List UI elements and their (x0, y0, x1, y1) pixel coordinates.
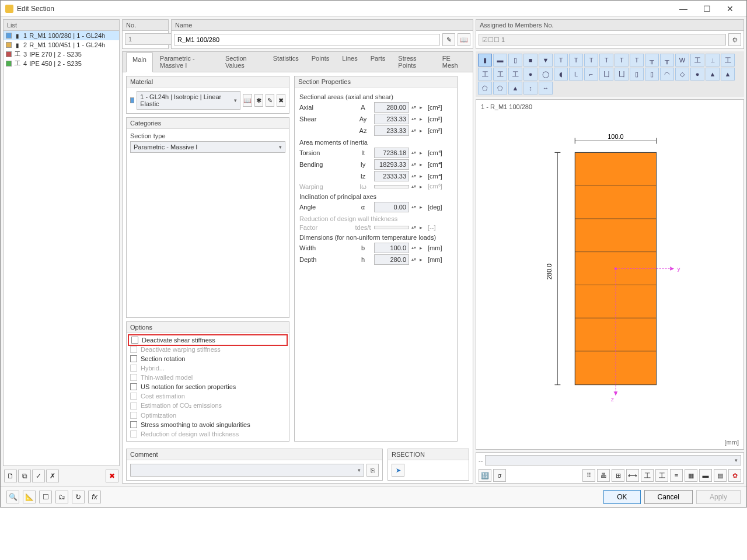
new-icon[interactable]: 🗋 (4, 470, 17, 482)
shape-option[interactable]: L (569, 68, 583, 80)
shape-option[interactable]: ▮ (478, 54, 492, 66)
shape-option[interactable]: ● (523, 68, 537, 80)
prop-value[interactable]: 2333.33 (374, 171, 409, 181)
refresh-icon[interactable]: ↻ (72, 491, 85, 503)
tab-parts[interactable]: Parts (365, 52, 392, 72)
include-icon[interactable]: ✓ (32, 470, 45, 482)
shape-option[interactable]: T (569, 54, 583, 66)
tab-main[interactable]: Main (126, 52, 153, 72)
prop-value[interactable]: 0.00 (374, 202, 409, 212)
spinner-icon[interactable]: ▴▾ (411, 174, 417, 178)
shape-option[interactable]: ▯ (645, 68, 659, 80)
solid-icon[interactable]: ▬ (699, 469, 712, 482)
maximize-button[interactable]: ☐ (695, 2, 718, 16)
section-type-dropdown[interactable]: Parametric - Massive I ▾ (130, 141, 285, 153)
fx-icon[interactable]: fx (88, 491, 101, 503)
show-stress-icon[interactable]: σ (493, 469, 506, 482)
shape-option[interactable]: ↕ (523, 82, 537, 94)
dropdown-arrow-icon[interactable]: ▸ (420, 225, 425, 230)
prop-value[interactable]: 7236.18 (374, 148, 409, 158)
dropdown-arrow-icon[interactable]: ▸ (420, 128, 425, 134)
spinner-icon[interactable]: ▴▾ (411, 226, 417, 229)
minimize-button[interactable]: — (672, 2, 695, 16)
prop-value[interactable]: 18293.33 (374, 159, 409, 170)
dim-icon[interactable]: ⟷ (626, 469, 639, 482)
shape-option[interactable]: T (554, 54, 568, 66)
axes-icon[interactable]: ⊞ (612, 469, 624, 482)
tree-icon[interactable]: 🗂 (55, 491, 68, 503)
shape-option[interactable]: ▼ (539, 54, 553, 66)
grid-icon[interactable]: ▦ (685, 469, 697, 482)
display-toggle-icon[interactable]: ⠿ (582, 469, 595, 482)
tab-fe-mesh[interactable]: FE Mesh (437, 52, 469, 72)
shape-option[interactable]: ▲ (706, 68, 720, 80)
dropdown-arrow-icon[interactable]: ▸ (420, 204, 425, 210)
tab-stress-points[interactable]: Stress Points (392, 52, 435, 72)
material-delete-icon[interactable]: ✖ (277, 94, 285, 107)
shape-option[interactable]: ⌐ (584, 68, 598, 80)
shape-option[interactable]: 凵 (615, 68, 629, 80)
shape-option[interactable]: ▲ (721, 68, 735, 80)
spinner-icon[interactable]: ▴▾ (411, 246, 417, 250)
option-deactivate-shear-stiffness[interactable]: Deactivate shear stiffness (128, 334, 288, 346)
show-values-icon[interactable]: 🔢 (479, 469, 491, 482)
units-icon[interactable]: 📐 (23, 491, 36, 503)
option-stress-smoothing-to-avoid-singularities[interactable]: Stress smoothing to avoid singularities (130, 420, 285, 429)
material-new-icon[interactable]: ✱ (254, 94, 263, 107)
shape-option[interactable]: 工 (493, 68, 507, 80)
name-input[interactable] (174, 34, 440, 46)
spinner-icon[interactable]: ▴▾ (411, 117, 417, 121)
close-button[interactable]: ✕ (718, 2, 742, 16)
tab-lines[interactable]: Lines (336, 52, 363, 72)
tab-points[interactable]: Points (306, 52, 336, 72)
dropdown-arrow-icon[interactable]: ▸ (420, 245, 425, 251)
preview-info-dropdown[interactable]: ▾ (485, 455, 741, 466)
shape-option[interactable]: T (615, 54, 629, 66)
shape-option[interactable]: ╥ (645, 54, 659, 66)
box-icon[interactable]: ☐ (39, 491, 52, 503)
shape-option[interactable]: 工 (721, 54, 735, 66)
shape-option[interactable]: ● (690, 68, 704, 80)
tab-parametric-massive-i[interactable]: Parametric - Massive I (154, 52, 218, 72)
spinner-icon[interactable]: ▴▾ (411, 129, 417, 132)
shape-option[interactable]: ⬠ (478, 82, 492, 94)
section-list[interactable]: ▮ 1 R_M1 100/280 | 1 - GL24h ▮ 2 R_M1 10… (4, 31, 119, 466)
section-list-item[interactable]: 工 4 IPE 450 | 2 - S235 (4, 59, 119, 68)
prop-value[interactable] (374, 185, 409, 188)
shape-option[interactable]: T (599, 54, 613, 66)
section-list-item[interactable]: 工 3 IPE 270 | 2 - S235 (4, 50, 119, 59)
assigned-input[interactable] (479, 34, 726, 46)
tab-section-values[interactable]: Section Values (219, 52, 266, 72)
shape-option[interactable]: ◯ (539, 68, 553, 80)
settings-icon[interactable]: ✿ (728, 469, 741, 482)
prop-value[interactable]: 280.00 (374, 102, 409, 113)
spinner-icon[interactable]: ▴▾ (411, 185, 417, 188)
exclude-icon[interactable]: ✗ (46, 470, 59, 482)
shape-option[interactable]: 工 (478, 68, 492, 80)
shape-option[interactable]: ▯ (508, 54, 522, 66)
shape-option[interactable]: ■ (523, 54, 537, 66)
principal2-icon[interactable]: 工 (655, 469, 668, 482)
comment-apply-icon[interactable]: ⎘ (366, 464, 379, 477)
prop-value[interactable]: 280.0 (374, 254, 409, 265)
shape-option[interactable]: 工 (508, 68, 522, 80)
shape-option[interactable]: 工 (690, 54, 704, 66)
principal-icon[interactable]: 工 (641, 469, 654, 482)
rename-icon[interactable]: ✎ (442, 33, 455, 46)
rsection-launch-icon[interactable]: ➤ (392, 464, 404, 477)
shape-option[interactable]: ◇ (675, 68, 689, 80)
shape-option[interactable]: T (630, 54, 644, 66)
shape-option[interactable]: ▯ (630, 68, 644, 80)
print-icon[interactable]: 🖶 (597, 469, 610, 482)
shape-option[interactable]: ▬ (493, 54, 507, 66)
cancel-button[interactable]: Cancel (644, 490, 693, 504)
spinner-icon[interactable]: ▴▾ (411, 151, 417, 155)
dropdown-arrow-icon[interactable]: ▸ (420, 150, 425, 156)
shape-option[interactable]: ↔ (539, 82, 553, 94)
shape-option[interactable]: ◖ (554, 68, 568, 80)
prop-value[interactable]: 233.33 (374, 114, 409, 124)
spinner-icon[interactable]: ▴▾ (411, 258, 417, 261)
shape-option[interactable]: ⟂ (706, 54, 720, 66)
comment-dropdown[interactable]: ▾ (130, 464, 364, 477)
prop-value[interactable] (374, 226, 409, 229)
